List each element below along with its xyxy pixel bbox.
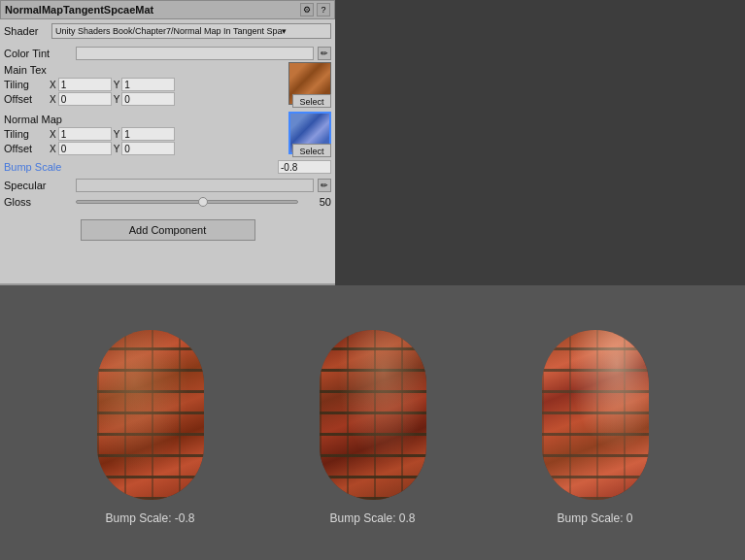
tiling-label-2: Tiling xyxy=(4,128,48,140)
x-axis-1: X xyxy=(50,80,56,90)
brick-label-1: Bump Scale: -0.8 xyxy=(105,511,194,525)
brick-item-2: Bump Scale: 0.8 xyxy=(320,330,426,525)
x-axis-2: X xyxy=(50,94,56,105)
y-axis-3: Y xyxy=(114,129,120,140)
specular-label: Specular xyxy=(4,180,72,191)
offset-y-input-1[interactable] xyxy=(121,92,175,106)
specular-edit-icon[interactable]: ✏ xyxy=(318,179,331,192)
brick-item-1: Bump Scale: -0.8 xyxy=(97,330,204,525)
tiling-y-input-2[interactable] xyxy=(121,127,175,141)
select-btn-1[interactable]: Select xyxy=(292,94,331,108)
gloss-thumb[interactable] xyxy=(198,197,208,207)
brick-shape-3 xyxy=(542,330,649,500)
shader-select[interactable]: Unity Shaders Book/Chapter7/Normal Map I… xyxy=(51,23,331,39)
settings-icon[interactable]: ⚙ xyxy=(300,3,314,16)
gloss-value: 50 xyxy=(302,196,331,208)
color-tint-swatch[interactable] xyxy=(76,47,314,60)
tiling-x-input-2[interactable] xyxy=(58,127,112,141)
add-component-button[interactable]: Add Component xyxy=(81,219,255,241)
select-btn-2[interactable]: Select xyxy=(292,144,331,157)
y-axis-1: Y xyxy=(114,80,120,90)
brick-item-3: Bump Scale: 0 xyxy=(542,330,649,525)
gloss-slider[interactable] xyxy=(76,200,298,204)
offset-x-input-2[interactable] xyxy=(58,142,112,155)
brick-shape-1 xyxy=(97,330,204,500)
normal-map-label: Normal Map xyxy=(4,114,331,125)
brick-label-3: Bump Scale: 0 xyxy=(557,511,632,525)
bump-scale-input[interactable] xyxy=(278,160,331,174)
info-icon[interactable]: ? xyxy=(317,3,330,16)
x-axis-4: X xyxy=(50,144,56,154)
main-tex-label: Main Tex xyxy=(4,64,331,76)
tiling-label-1: Tiling xyxy=(4,79,48,90)
x-axis-3: X xyxy=(50,129,56,140)
color-edit-icon[interactable]: ✏ xyxy=(318,47,331,60)
gloss-label: Gloss xyxy=(4,196,72,208)
color-tint-label: Color Tint xyxy=(4,48,72,59)
offset-label-1: Offset xyxy=(4,93,48,105)
offset-y-input-2[interactable] xyxy=(121,142,175,155)
brick-shape-2 xyxy=(320,330,426,500)
tiling-y-input-1[interactable] xyxy=(121,78,175,91)
offset-x-input-1[interactable] xyxy=(58,92,112,106)
brick-label-2: Bump Scale: 0.8 xyxy=(329,511,415,525)
panel-title: NormalMapTangentSpcaeMat xyxy=(5,4,153,16)
shader-label: Shader xyxy=(4,25,48,37)
brick-highlight-1 xyxy=(97,330,204,500)
offset-label-2: Offset xyxy=(4,143,48,154)
tiling-x-input-1[interactable] xyxy=(58,78,112,91)
bump-scale-label[interactable]: Bump Scale xyxy=(4,161,72,173)
y-axis-2: Y xyxy=(114,94,120,105)
specular-swatch[interactable] xyxy=(76,179,314,192)
brick-highlight-2 xyxy=(320,330,426,500)
y-axis-4: Y xyxy=(114,144,120,154)
brick-highlight-3 xyxy=(542,330,649,500)
